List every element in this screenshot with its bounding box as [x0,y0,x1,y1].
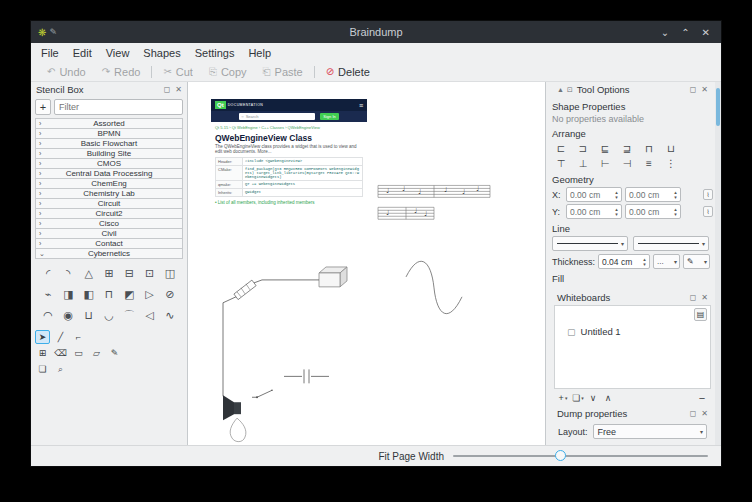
stencil-shape-icon[interactable]: ◨ [58,284,78,305]
line-cap-select[interactable]: ... ▾ [653,254,680,269]
spin-down-icon[interactable]: ▾ [615,195,618,200]
width-spinbox[interactable]: 0.00 cm ▴▾ [625,187,681,202]
maximize-button[interactable]: ⌃ [681,27,689,38]
canvas-shape-resistor-wire[interactable] [223,280,319,396]
line-start-marker-select[interactable]: ▾ [552,236,628,251]
stencil-shape-icon[interactable]: ◩ [119,284,139,305]
select-tool-button[interactable]: ➤ [35,330,50,344]
list-view-button[interactable]: ▤ [694,308,707,321]
panel-scrollbar[interactable] [715,82,721,445]
close-panel-icon[interactable]: ✕ [175,85,182,94]
stencil-shape-icon[interactable]: ⌁ [38,284,58,305]
canvas-shape-3d-box[interactable] [319,267,347,287]
duplicate-whiteboard-button[interactable]: ❏ ▾ [572,391,584,404]
spin-down-icon[interactable]: ▾ [674,195,677,200]
float-panel-icon[interactable]: ◻ [690,85,697,94]
pencil-tool-button[interactable]: ✎ [107,346,122,360]
zoom-slider-track[interactable] [453,455,708,457]
arrange-icon-button[interactable]: ⊢ [596,156,614,170]
arrange-icon-button[interactable]: ⊔ [662,141,680,155]
undo-button[interactable]: ↶ Undo [39,66,94,78]
close-button[interactable]: ✕ [702,27,710,38]
y-position-spinbox[interactable]: 0.00 cm ▴▾ [566,204,622,219]
stencil-shape-icon[interactable]: ◠ [38,305,58,326]
cut-button[interactable]: ✂ Cut [155,66,201,78]
canvas-shape-speaker[interactable] [223,395,241,420]
move-up-button[interactable]: ∧ [602,391,614,404]
float-panel-icon[interactable]: ◻ [164,85,171,94]
arrange-icon-button[interactable]: ⊐ [574,141,592,155]
stencil-filter-input[interactable] [54,99,183,115]
stencil-shape-icon[interactable]: △ [79,263,99,284]
connector-tool-button[interactable]: ⌐ [71,330,86,344]
arrange-icon-button[interactable]: ⊓ [640,141,658,155]
canvas-shape-music-staff-2[interactable]: ♩♩♩ [378,207,434,219]
redo-button[interactable]: ↷ Redo [94,66,149,78]
stencil-shape-icon[interactable]: ⊘ [160,284,180,305]
drawing-canvas[interactable]: ♩♩♩ ♩♩♩ ♩♩♩ [188,82,545,445]
zoom-tool-button[interactable]: ⌕ [53,362,68,376]
height-spinbox[interactable]: 0.00 cm ▴▾ [625,204,681,219]
stencil-shape-icon[interactable]: ⊟ [119,263,139,284]
minimize-button[interactable]: ⌄ [661,27,669,38]
stencil-category-row[interactable]: ⌄ Cybernetics [35,248,183,259]
paste-button[interactable]: ⎗ Paste [255,66,311,78]
close-panel-icon[interactable]: ✕ [701,85,708,94]
zoom-slider[interactable] [453,446,708,466]
canvas-image-qt-documentation[interactable]: Qt DOCUMENTATION ≡ ○ Search Sign In Qt 5… [211,99,367,208]
add-whiteboard-button[interactable]: + ▾ [557,391,569,404]
add-stencil-button[interactable]: + [35,99,51,115]
scrollbar-thumb[interactable] [716,88,720,126]
lock-icon[interactable]: ⊡ [567,86,573,94]
canvas-shape-switch[interactable] [252,390,273,399]
menu-help[interactable]: Help [241,47,278,59]
stencil-shape-icon[interactable]: ◫ [160,263,180,284]
canvas-shape-music-staff-1[interactable]: ♩♩♩ ♩♩♩ [378,185,490,197]
thickness-spinbox[interactable]: 0.04 cm ▴▾ [598,254,650,269]
menu-file[interactable]: File [34,47,66,59]
remove-whiteboard-button[interactable]: − [696,391,708,404]
close-panel-icon[interactable]: ✕ [701,293,708,302]
layout-select[interactable]: Free ▾ [593,424,707,439]
arrange-icon-button[interactable]: ⊏ [552,141,570,155]
arrange-icon-button[interactable]: ⊤ [552,156,570,170]
move-down-button[interactable]: ∨ [587,391,599,404]
float-panel-icon[interactable]: ◻ [690,293,697,302]
canvas-shape-bulb[interactable] [230,418,246,442]
whiteboard-list-item[interactable]: ▢ Untitled 1 [555,326,710,337]
spin-down-icon[interactable]: ▾ [674,212,677,217]
eraser-tool-button[interactable]: ⌫ [53,346,68,360]
menu-edit[interactable]: Edit [66,47,99,59]
arrange-icon-button[interactable]: ≡ [640,156,658,170]
spin-down-icon[interactable]: ▾ [643,262,646,267]
close-panel-icon[interactable]: ✕ [701,409,708,418]
grid-tool-button[interactable]: ⊞ [35,346,50,360]
menu-shapes[interactable]: Shapes [136,47,187,59]
line-tool-button[interactable]: ╱ [53,330,68,344]
menu-view[interactable]: View [99,47,137,59]
zoom-slider-handle[interactable] [555,450,566,461]
stencil-shape-icon[interactable]: ⊔ [79,305,99,326]
canvas-shape-sine-curve[interactable] [406,261,462,313]
stencil-shape-icon[interactable]: ◝ [58,263,78,284]
stencil-shape-icon[interactable]: ◧ [79,284,99,305]
arrange-icon-button[interactable]: ⊑ [596,141,614,155]
delete-button[interactable]: ⊘ Delete [318,66,378,78]
link-aspect-icon[interactable]: ⌇ [703,189,713,200]
canvas-shape-capacitor[interactable] [284,369,329,383]
line-end-marker-select[interactable]: ▾ [633,236,709,251]
stencil-shape-icon[interactable]: ⊓ [99,284,119,305]
stencil-shape-icon[interactable]: ▷ [139,284,159,305]
stencil-shape-icon[interactable]: ⊞ [99,263,119,284]
arrange-icon-button[interactable]: ⊣ [618,156,636,170]
pattern-tool-button[interactable]: ▱ [89,346,104,360]
stroke-tool-button[interactable]: ▭ [71,346,86,360]
arrange-icon-button[interactable]: ⊥ [574,156,592,170]
menu-settings[interactable]: Settings [188,47,242,59]
stencil-shape-icon[interactable]: ◁ [139,305,159,326]
x-position-spinbox[interactable]: 0.00 cm ▴▾ [566,187,622,202]
arrange-icon-button[interactable]: ⋮ [662,156,680,170]
arrange-icon-button[interactable]: ⊒ [618,141,636,155]
link-aspect-icon[interactable]: ⌇ [703,206,713,217]
stencil-shape-icon[interactable]: ◜ [38,263,58,284]
